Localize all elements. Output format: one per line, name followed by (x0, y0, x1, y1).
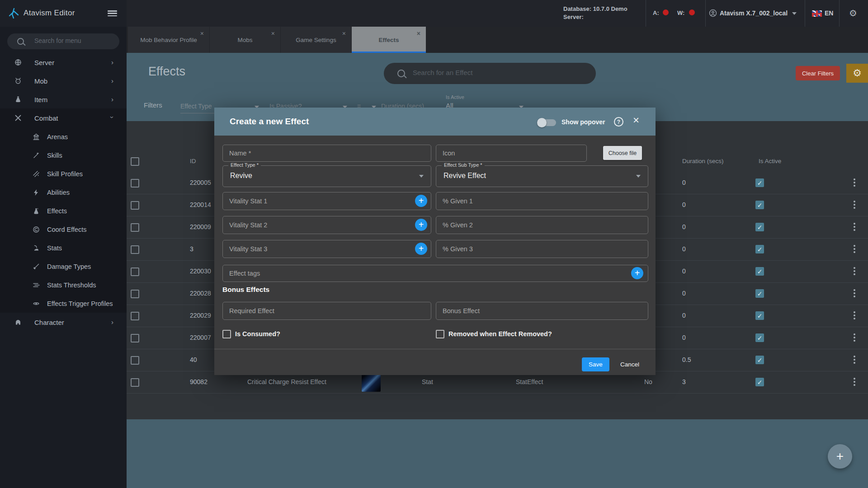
vitality-stat-1-field[interactable]: + (222, 192, 431, 210)
is-active-checkbox[interactable]: ✓ (755, 378, 764, 386)
kebab-menu-icon[interactable] (854, 223, 855, 231)
save-button[interactable]: Save (582, 357, 609, 371)
sidebar-item-skill-profiles[interactable]: Skill Profiles (0, 165, 127, 183)
tab-mobs[interactable]: Mobs × (210, 27, 280, 53)
kebab-menu-icon[interactable] (854, 178, 855, 187)
effect-sub-type-select[interactable]: Effect Sub Type * Revive Effect (436, 165, 648, 187)
add-icon[interactable]: + (415, 243, 427, 255)
row-checkbox[interactable] (131, 267, 139, 276)
close-icon[interactable]: × (417, 30, 420, 37)
name-input[interactable] (223, 145, 431, 161)
row-checkbox[interactable] (131, 334, 139, 343)
clear-filters-button[interactable]: Clear Filters (796, 66, 840, 80)
percent-given-3-field[interactable] (436, 240, 648, 258)
is-active-checkbox[interactable]: ✓ (755, 178, 764, 187)
required-effect-input[interactable] (223, 302, 431, 319)
kebab-menu-icon[interactable] (854, 267, 855, 275)
bonus-effect-input[interactable] (436, 302, 648, 319)
choose-file-button[interactable]: Choose file (603, 146, 642, 160)
kebab-menu-icon[interactable] (854, 245, 855, 253)
language-selector[interactable]: EN (825, 9, 833, 17)
row-checkbox[interactable] (131, 378, 139, 387)
close-icon[interactable]: × (200, 30, 204, 37)
vitality-stat-2-field[interactable]: + (222, 216, 431, 234)
kebab-menu-icon[interactable] (854, 311, 855, 319)
kebab-menu-icon[interactable] (854, 289, 855, 297)
kebab-menu-icon[interactable] (854, 201, 855, 209)
row-checkbox[interactable] (131, 312, 139, 320)
percent-given-2-field[interactable] (436, 216, 648, 234)
row-checkbox[interactable] (131, 290, 139, 298)
sidebar-item-character[interactable]: Character › (0, 313, 127, 332)
effect-type-select[interactable]: Effect Type * Revive (222, 165, 431, 187)
row-checkbox[interactable] (131, 201, 139, 210)
bonus-effect-field[interactable] (436, 302, 648, 320)
effect-search[interactable] (384, 63, 596, 84)
vitality-stat-3-input[interactable] (223, 240, 431, 258)
close-icon[interactable]: × (271, 30, 275, 37)
cancel-button[interactable]: Cancel (613, 357, 646, 371)
add-icon[interactable]: + (631, 267, 643, 279)
help-icon[interactable]: ? (614, 117, 623, 127)
percent-given-2-input[interactable] (436, 216, 648, 234)
sidebar-item-coord-effects[interactable]: Coord Effects (0, 221, 127, 239)
is-active-checkbox[interactable]: ✓ (755, 201, 764, 209)
sidebar-search[interactable] (7, 33, 119, 49)
percent-given-3-input[interactable] (436, 240, 648, 258)
show-popover-toggle[interactable] (539, 119, 556, 126)
percent-given-1-input[interactable] (436, 192, 648, 210)
effect-search-input[interactable] (412, 68, 585, 77)
kebab-menu-icon[interactable] (854, 356, 855, 364)
kebab-menu-icon[interactable] (854, 378, 855, 386)
sidebar-item-server[interactable]: Server › (0, 53, 127, 72)
tab-effects[interactable]: Effects × (352, 27, 426, 53)
is-active-checkbox[interactable]: ✓ (755, 289, 764, 298)
kebab-menu-icon[interactable] (854, 333, 855, 342)
sidebar-item-item[interactable]: Item › (0, 90, 127, 109)
hamburger-menu-icon[interactable] (108, 10, 117, 16)
is-consumed-checkbox[interactable] (222, 330, 231, 338)
sidebar-item-damage-types[interactable]: Damage Types (0, 258, 127, 276)
vitality-stat-2-input[interactable] (223, 216, 431, 234)
effect-tags-field[interactable]: + (222, 265, 648, 282)
row-checkbox[interactable] (131, 223, 139, 232)
vitality-stat-3-field[interactable]: + (222, 240, 431, 258)
effect-tags-input[interactable] (223, 265, 648, 282)
select-all-checkbox[interactable] (131, 157, 139, 166)
add-icon[interactable]: + (415, 219, 427, 231)
account-dropdown[interactable]: Atavism X.7_002_local (720, 9, 788, 17)
vitality-stat-1-input[interactable] (223, 192, 431, 210)
add-icon[interactable]: + (415, 195, 427, 207)
percent-given-1-field[interactable] (436, 192, 648, 210)
sidebar-item-stats-thresholds[interactable]: Stats Thresholds (0, 276, 127, 295)
sidebar-item-stats[interactable]: Stats (0, 239, 127, 258)
is-active-checkbox[interactable]: ✓ (755, 311, 764, 320)
is-active-checkbox[interactable]: ✓ (755, 223, 764, 231)
close-icon[interactable]: × (633, 114, 639, 127)
is-active-checkbox[interactable]: ✓ (755, 333, 764, 342)
sidebar-item-skills[interactable]: Skills (0, 146, 127, 165)
table-settings-button[interactable]: ⚙ (846, 64, 868, 83)
row-checkbox[interactable] (131, 179, 139, 188)
is-active-checkbox[interactable]: ✓ (755, 267, 764, 276)
settings-gear-icon[interactable]: ⚙ (849, 9, 857, 18)
sidebar-item-effects-trigger-profiles[interactable]: Effects Trigger Profiles (0, 295, 127, 313)
sidebar-item-combat[interactable]: Combat › (0, 109, 127, 127)
sidebar-item-arenas[interactable]: Arenas (0, 128, 127, 146)
sidebar-item-mob[interactable]: Mob › (0, 72, 127, 90)
sidebar-search-input[interactable] (33, 37, 117, 45)
filter-effect-type[interactable]: Effect Type (180, 103, 212, 110)
name-field[interactable] (222, 145, 431, 162)
icon-input[interactable] (436, 145, 586, 161)
sidebar-item-abilities[interactable]: Abilities (0, 183, 127, 202)
removed-when-effect-removed-checkbox[interactable] (436, 330, 444, 338)
tab-mob-behavior-profile[interactable]: Mob Behavior Profile × (128, 27, 209, 53)
add-effect-fab[interactable]: + (828, 444, 852, 469)
close-icon[interactable]: × (342, 30, 346, 37)
icon-field[interactable] (436, 145, 587, 162)
row-checkbox[interactable] (131, 356, 139, 365)
sidebar-item-effects[interactable]: Effects (0, 202, 127, 221)
row-checkbox[interactable] (131, 245, 139, 254)
is-active-checkbox[interactable]: ✓ (755, 245, 764, 253)
tab-game-settings[interactable]: Game Settings × (281, 27, 351, 53)
